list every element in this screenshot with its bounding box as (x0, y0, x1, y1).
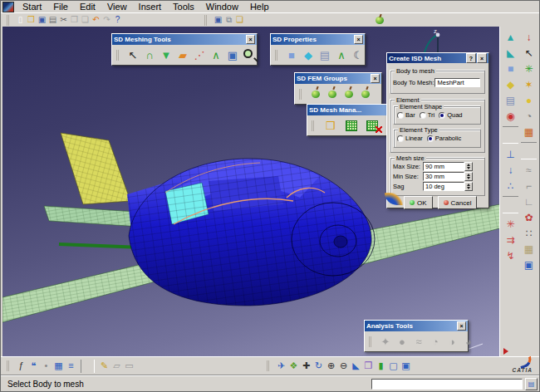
toolbar-handle[interactable] (299, 89, 305, 100)
toolbar-handle[interactable] (7, 15, 12, 26)
save-icon[interactable]: ▣ (37, 14, 47, 26)
toolbar-handle[interactable] (267, 360, 272, 371)
calculator-icon[interactable]: ▦ (52, 360, 65, 373)
cancel-button[interactable]: Cancel (438, 196, 478, 209)
max-size-spinner[interactable] (464, 162, 473, 171)
fly-mode-icon[interactable]: ✈ (275, 360, 287, 373)
plane-gray-icon[interactable]: ▱ (110, 360, 123, 373)
min-size-input[interactable]: 30 mm (423, 172, 464, 181)
open-folder-icon[interactable]: ❒ (26, 14, 37, 26)
close-icon[interactable]: × (354, 35, 363, 44)
spline-analysis-icon[interactable]: ≈ (410, 334, 427, 349)
app-icon[interactable] (2, 2, 14, 12)
body-to-mesh-input[interactable]: MeshPart (434, 78, 480, 87)
radio-label[interactable]: Quad (447, 111, 462, 119)
radio-quad[interactable] (439, 112, 445, 119)
shell-property-icon[interactable]: ◆ (300, 47, 317, 62)
spider-web-icon[interactable]: ✳ (521, 61, 537, 76)
context-help-icon[interactable]: ? (112, 14, 123, 26)
sag-input[interactable]: 10 deg (423, 182, 464, 191)
toolbar-handle[interactable] (312, 120, 317, 131)
zoom-in-icon[interactable]: ⊕ (325, 360, 337, 373)
fit-all-in-icon[interactable]: ❖ (287, 360, 300, 373)
screen-icon[interactable]: ▣ (400, 360, 412, 373)
radio-label[interactable]: Tri (428, 111, 434, 119)
solid-cube-icon[interactable]: ■ (503, 61, 518, 76)
formula-fx-icon[interactable]: ƒ (15, 360, 27, 373)
octree-mesh-icon[interactable]: ▣ (224, 47, 241, 62)
radio-tri[interactable] (420, 112, 426, 119)
save-icon[interactable]: ▣ (213, 14, 223, 26)
sketcher-icon[interactable]: ✎ (98, 360, 110, 373)
menu-help[interactable]: Help (245, 2, 276, 12)
ok-button[interactable]: OK (404, 196, 433, 209)
rotate-icon[interactable]: ↻ (312, 360, 325, 373)
virtual-part-icon[interactable]: ◆ (503, 76, 518, 92)
palette-titlebar[interactable]: SD Meshing Tools × (112, 34, 257, 45)
pin-restraint-icon[interactable]: ↓ (503, 162, 518, 178)
select-arrow-icon[interactable]: ↖ (125, 47, 141, 62)
gauge-icon[interactable]: ◔ (521, 108, 537, 124)
screen-icon[interactable]: ▢ (387, 360, 400, 373)
corner-bracket-icon[interactable]: ⌐ (521, 178, 537, 194)
color-map-icon[interactable]: ▦ (521, 124, 537, 140)
mapping-property-icon[interactable]: ☾ (350, 47, 366, 62)
grid-pad-icon[interactable]: ▦ (521, 241, 537, 257)
lightbulb-icon[interactable]: ● (521, 92, 537, 108)
arrow-down-icon[interactable]: ↓ (521, 29, 537, 45)
screens-icon[interactable]: ⧉ (223, 14, 234, 26)
box-gray-icon[interactable]: ▭ (123, 360, 135, 373)
traffic-light-icon[interactable]: ◉ (503, 108, 518, 124)
pressure-load-icon[interactable]: ✳ (503, 216, 518, 232)
toolbar-handle[interactable] (275, 50, 281, 61)
radio-parabolic[interactable] (427, 135, 434, 142)
menu-window[interactable]: Window (201, 2, 245, 12)
group-points-icon[interactable] (307, 86, 324, 101)
connector-dots-icon[interactable]: ∷ (521, 225, 537, 241)
radio-linear[interactable] (397, 135, 404, 142)
printer-icon[interactable]: ❏ (234, 14, 245, 26)
redo-icon[interactable]: ↷ (101, 14, 112, 26)
help-icon[interactable]: ? (466, 53, 476, 63)
palette-titlebar[interactable]: Analysis Tools × (365, 321, 468, 331)
aircraft-tail-fin[interactable] (61, 133, 130, 204)
copy-icon[interactable]: ❐ (69, 14, 80, 26)
comment-bubble-icon[interactable]: ❝ (27, 360, 40, 373)
disk-arrow-icon[interactable]: ◕ (460, 334, 477, 349)
quick-view-icon[interactable]: ❒ (362, 360, 375, 373)
palette-titlebar[interactable]: SD FEM Groups × (295, 73, 381, 84)
group-surfaces-icon[interactable] (341, 86, 357, 101)
command-history-icon[interactable]: ▤ (525, 378, 538, 390)
toolbar-handle[interactable] (204, 15, 210, 26)
layers-icon[interactable]: ▤ (503, 92, 518, 108)
cut-icon[interactable]: ✂ (58, 14, 69, 26)
max-size-input[interactable]: 90 mm (423, 162, 464, 171)
new-document-icon[interactable]: ▯ (15, 14, 26, 26)
close-icon[interactable]: × (371, 74, 380, 83)
beam-mesh-icon[interactable]: ⋰ (191, 47, 208, 62)
radio-label[interactable]: Parabolic (435, 135, 461, 142)
clamp-icon[interactable]: ⊥ (503, 146, 518, 162)
disk-arrow-icon[interactable]: ◑ (444, 334, 460, 349)
mesh-part-icon[interactable] (341, 118, 361, 133)
toolbar-handle[interactable] (116, 50, 122, 61)
isd-mesh-apple-icon[interactable] (374, 14, 385, 26)
quad-surface-mesh-icon[interactable]: ▰ (174, 47, 191, 62)
ladybug-icon[interactable]: ✿ (521, 209, 537, 225)
radio-bar[interactable] (397, 112, 404, 119)
pan-icon[interactable]: ✚ (300, 360, 312, 373)
sphere-probe-icon[interactable]: ● (394, 334, 410, 349)
disk-arrow-icon[interactable]: ◔ (427, 334, 444, 349)
force-arrows-icon[interactable]: ⇉ (503, 232, 518, 247)
toolbar-overflow-arrow[interactable] (503, 348, 508, 355)
moment-load-icon[interactable]: ↯ (503, 247, 518, 263)
remove-mesh-icon[interactable] (361, 118, 382, 133)
wrench-gear-icon[interactable]: ✦ (377, 334, 394, 349)
surface-mesh-icon[interactable]: ◣ (503, 45, 518, 61)
menu-edit[interactable]: Edit (75, 2, 102, 12)
radio-label[interactable]: Bar (405, 111, 415, 119)
menu-insert[interactable]: Insert (134, 2, 169, 12)
render-style-icon[interactable]: ▮ (375, 360, 387, 373)
normal-view-icon[interactable]: ◣ (350, 360, 362, 373)
spring-icon[interactable]: ≈ (521, 162, 537, 178)
